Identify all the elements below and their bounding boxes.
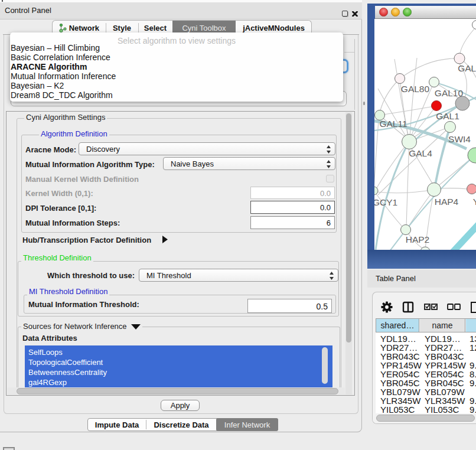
- svg-text:GAL1: GAL1: [436, 111, 459, 121]
- svg-text:SWI4: SWI4: [448, 134, 471, 144]
- svg-text:GAL10: GAL10: [435, 88, 464, 98]
- svg-text:GAL7: GAL7: [458, 63, 476, 73]
- svg-text:GCY1: GCY1: [374, 197, 397, 207]
- svg-text:GAL4: GAL4: [409, 148, 432, 158]
- svg-text:HAP4: HAP4: [435, 197, 459, 207]
- svg-text:HAP2: HAP2: [406, 234, 430, 244]
- svg-text:GAL11: GAL11: [379, 119, 407, 129]
- svg-text:GAL80: GAL80: [401, 84, 430, 94]
- svg-text:Y: Y: [473, 197, 476, 207]
